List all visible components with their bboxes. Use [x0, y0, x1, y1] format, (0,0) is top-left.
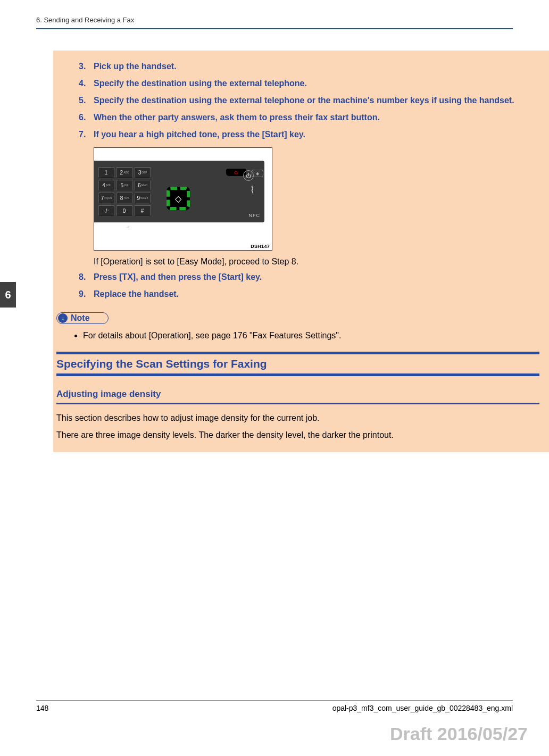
key-0: 0: [117, 205, 132, 216]
step-item: 3. Pick up the handset.: [79, 60, 539, 73]
step-number: 5.: [79, 94, 94, 107]
step-text: If you hear a high pitched tone, press t…: [94, 128, 539, 141]
source-filename: opal-p3_mf3_com_user_guide_gb_00228483_e…: [332, 704, 513, 712]
figure-box: 1 2ABC 3DEF 4GHI 5JKL 6MNO 7PQRS 8TUV 9W…: [94, 147, 272, 251]
key-3: 3DEF: [135, 167, 151, 178]
subsection-heading: Adjusting image density: [56, 389, 539, 404]
body-paragraph: There are three image density levels. Th…: [56, 429, 539, 442]
key-8: 8TUV: [117, 193, 132, 203]
section-heading: Specifying the Scan Settings for Faxing: [56, 352, 539, 376]
step-number: 6.: [79, 111, 94, 124]
key-9: 9WXYZ: [135, 193, 151, 203]
body-paragraph: This section describes how to adjust ima…: [56, 412, 539, 425]
step-text: Replace the handset.: [94, 288, 539, 301]
thumb-index-tab: 6: [0, 282, 16, 308]
page-footer: 148 opal-p3_mf3_com_user_guide_gb_002284…: [36, 700, 513, 712]
step-number: 8.: [79, 271, 94, 284]
key-2: 2ABC: [117, 167, 132, 178]
note-list: For details about [Operation], see page …: [53, 329, 539, 342]
step-text: Specify the destination using the extern…: [94, 77, 539, 90]
step-item: 4. Specify the destination using the ext…: [79, 77, 539, 90]
instruction-list: 3. Pick up the handset. 4. Specify the d…: [53, 60, 539, 141]
step-item: 7. If you hear a high pitched tone, pres…: [79, 128, 539, 141]
key-1: 1: [98, 167, 114, 178]
step-sub-text: If [Operation] is set to [Easy Mode], pr…: [94, 257, 539, 267]
key-6: 6MNO: [135, 180, 151, 190]
page-number: 148: [36, 704, 48, 712]
note-label: Note: [71, 313, 90, 323]
step-text: Specify the destination using the extern…: [94, 94, 539, 107]
note-item: For details about [Operation], see page …: [83, 329, 539, 342]
key-hash: #: [135, 205, 151, 216]
note-callout: ↓ Note: [56, 312, 109, 324]
keypad-legend: -#_: [126, 225, 131, 229]
power-icon: ⏻: [243, 170, 254, 181]
key-star: ·/*: [98, 205, 114, 216]
step-text: Press [TX], and then press the [Start] k…: [94, 271, 539, 284]
figure-id-label: DSH147: [94, 244, 272, 250]
key-7: 7PQRS: [98, 193, 114, 203]
step-number: 7.: [79, 128, 94, 141]
keypad: 1 2ABC 3DEF 4GHI 5JKL 6MNO 7PQRS 8TUV 9W…: [98, 167, 151, 216]
key-5: 5JKL: [117, 180, 132, 190]
step-number: 9.: [79, 288, 94, 301]
step-text: When the other party answers, ask them t…: [94, 111, 539, 124]
step-number: 4.: [79, 77, 94, 90]
content-block: 3. Pick up the handset. 4. Specify the d…: [53, 51, 549, 452]
start-key-highlight-icon: ◇: [167, 187, 190, 210]
page: 6. Sending and Receiving a Fax 6 3. Pick…: [0, 0, 549, 756]
step-item: 8. Press [TX], and then press the [Start…: [79, 271, 539, 284]
draft-watermark: Draft 2016/05/27: [390, 724, 528, 744]
chapter-header: 6. Sending and Receiving a Fax: [36, 16, 513, 29]
nfc-icon: ⌇: [250, 184, 255, 196]
step-item: 9. Replace the handset.: [79, 288, 539, 301]
nfc-label: NFC: [249, 213, 261, 218]
step-item: 6. When the other party answers, ask the…: [79, 111, 539, 124]
key-4: 4GHI: [98, 180, 114, 190]
down-arrow-icon: ↓: [58, 313, 68, 323]
instruction-list: 8. Press [TX], and then press the [Start…: [53, 271, 539, 301]
device-panel-illustration: 1 2ABC 3DEF 4GHI 5JKL 6MNO 7PQRS 8TUV 9W…: [94, 161, 264, 222]
figure-container: 1 2ABC 3DEF 4GHI 5JKL 6MNO 7PQRS 8TUV 9W…: [53, 147, 539, 251]
step-item: 5. Specify the destination using the ext…: [79, 94, 539, 107]
step-number: 3.: [79, 60, 94, 73]
step-text: Pick up the handset.: [94, 60, 539, 73]
